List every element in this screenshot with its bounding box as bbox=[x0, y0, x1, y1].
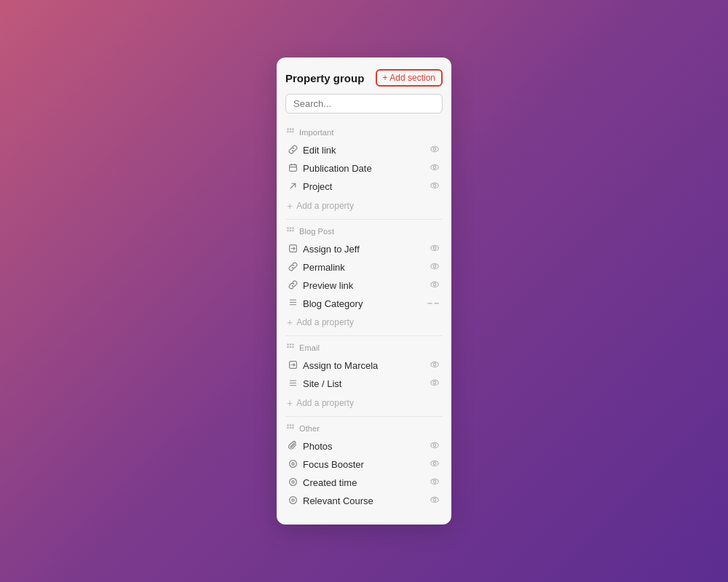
prop-type-icon bbox=[287, 145, 298, 156]
prop-left: Assign to Jeff bbox=[287, 244, 360, 255]
property-group-panel: Property group + Add section Important E… bbox=[277, 57, 451, 525]
add-property-blog-post[interactable]: + Add a property bbox=[285, 314, 443, 331]
svg-point-49 bbox=[289, 478, 296, 485]
add-property-plus-icon: + bbox=[287, 397, 293, 409]
svg-point-33 bbox=[431, 362, 439, 367]
prop-row-other-0[interactable]: Photos bbox=[285, 437, 443, 455]
search-input[interactable] bbox=[285, 94, 443, 113]
svg-point-46 bbox=[291, 462, 293, 464]
section-divider bbox=[285, 416, 443, 417]
svg-point-28 bbox=[292, 343, 294, 346]
section-header-other: Other bbox=[285, 423, 443, 434]
svg-point-22 bbox=[431, 264, 439, 269]
prop-label: Assign to Jeff bbox=[303, 244, 360, 255]
svg-point-20 bbox=[431, 246, 439, 251]
add-property-important[interactable]: + Add a property bbox=[285, 197, 443, 215]
section-divider bbox=[285, 335, 443, 336]
prop-left: Edit link bbox=[287, 145, 336, 156]
svg-point-16 bbox=[287, 230, 289, 232]
visibility-dash-icon bbox=[427, 298, 440, 309]
svg-point-25 bbox=[433, 283, 436, 286]
svg-point-31 bbox=[292, 346, 294, 348]
section-label: Important bbox=[299, 128, 333, 137]
svg-point-14 bbox=[290, 227, 292, 229]
svg-point-48 bbox=[433, 462, 436, 465]
visibility-eye-icon bbox=[430, 144, 440, 156]
svg-point-4 bbox=[290, 131, 292, 133]
add-property-email[interactable]: + Add a property bbox=[285, 394, 443, 412]
svg-point-30 bbox=[290, 346, 292, 348]
prop-left: Photos bbox=[287, 441, 332, 453]
svg-point-6 bbox=[431, 147, 439, 152]
svg-point-24 bbox=[431, 282, 439, 287]
add-property-plus-icon: + bbox=[287, 316, 293, 328]
prop-row-blog-post-3[interactable]: Blog Category bbox=[285, 295, 443, 312]
prop-label: Assign to Marcela bbox=[303, 360, 378, 371]
section-dots-icon bbox=[285, 342, 296, 354]
svg-point-17 bbox=[290, 230, 292, 232]
prop-type-icon bbox=[287, 459, 298, 471]
prop-label: Photos bbox=[303, 441, 332, 452]
svg-point-27 bbox=[290, 343, 292, 346]
svg-point-37 bbox=[287, 424, 289, 426]
prop-type-icon bbox=[287, 298, 298, 309]
prop-row-blog-post-2[interactable]: Preview link bbox=[285, 276, 443, 295]
prop-row-email-0[interactable]: Assign to Marcela bbox=[285, 356, 443, 375]
prop-label: Publication Date bbox=[303, 163, 372, 174]
visibility-eye-icon bbox=[430, 458, 440, 471]
svg-point-10 bbox=[433, 166, 436, 169]
prop-row-important-0[interactable]: Edit link bbox=[285, 141, 443, 159]
section-dots-icon bbox=[285, 423, 296, 434]
add-section-button[interactable]: + Add section bbox=[376, 69, 443, 87]
prop-row-important-1[interactable]: Publication Date bbox=[285, 159, 443, 178]
svg-rect-8 bbox=[289, 164, 296, 171]
section-label: Email bbox=[299, 343, 320, 352]
svg-point-55 bbox=[431, 498, 439, 503]
prop-type-icon bbox=[287, 378, 298, 390]
svg-point-39 bbox=[292, 424, 294, 426]
svg-point-26 bbox=[287, 343, 289, 346]
svg-point-54 bbox=[291, 498, 293, 501]
prop-row-email-1[interactable]: Site / List bbox=[285, 375, 443, 393]
section-header-important: Important bbox=[285, 127, 443, 138]
prop-type-icon bbox=[287, 280, 298, 292]
prop-left: Created time bbox=[287, 477, 357, 489]
visibility-eye-icon bbox=[430, 359, 440, 372]
prop-row-other-3[interactable]: Relevant Course bbox=[285, 492, 443, 510]
prop-left: Preview link bbox=[287, 280, 353, 292]
prop-row-important-2[interactable]: Project bbox=[285, 178, 443, 196]
svg-point-21 bbox=[433, 247, 436, 250]
svg-point-2 bbox=[292, 128, 294, 130]
svg-point-13 bbox=[287, 227, 289, 229]
prop-row-other-2[interactable]: Created time bbox=[285, 474, 443, 492]
prop-row-blog-post-1[interactable]: Permalink bbox=[285, 258, 443, 276]
svg-point-11 bbox=[431, 183, 439, 188]
svg-point-12 bbox=[433, 184, 436, 187]
visibility-eye-icon bbox=[430, 378, 440, 390]
add-property-label: Add a property bbox=[296, 317, 354, 327]
section-header-blog-post: Blog Post bbox=[285, 226, 443, 237]
svg-point-7 bbox=[433, 148, 436, 151]
svg-point-5 bbox=[292, 131, 294, 133]
prop-label: Created time bbox=[303, 477, 357, 488]
prop-left: Relevant Course bbox=[287, 495, 373, 507]
visibility-eye-icon bbox=[430, 495, 440, 507]
prop-left: Project bbox=[287, 181, 332, 193]
panel-header: Property group + Add section bbox=[285, 69, 443, 87]
add-property-label: Add a property bbox=[296, 398, 354, 408]
prop-left: Blog Category bbox=[287, 298, 363, 309]
section-header-email: Email bbox=[285, 342, 443, 354]
sections-container: Important Edit link Publication Date bbox=[285, 127, 443, 510]
visibility-eye-icon bbox=[430, 162, 440, 175]
prop-row-blog-post-0[interactable]: Assign to Jeff bbox=[285, 240, 443, 258]
prop-type-icon bbox=[287, 244, 298, 255]
prop-type-icon bbox=[287, 441, 298, 453]
prop-left: Focus Booster bbox=[287, 459, 364, 471]
svg-point-0 bbox=[287, 128, 289, 130]
svg-point-50 bbox=[291, 480, 293, 482]
svg-point-45 bbox=[289, 460, 296, 467]
prop-row-other-1[interactable]: Focus Booster bbox=[285, 455, 443, 474]
svg-point-53 bbox=[289, 496, 296, 503]
svg-point-36 bbox=[433, 381, 436, 384]
add-property-plus-icon: + bbox=[287, 200, 293, 212]
